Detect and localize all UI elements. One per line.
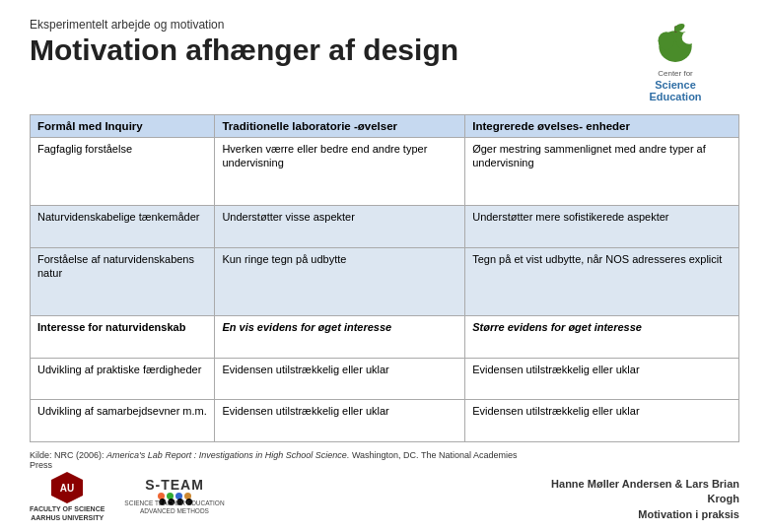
citation-prefix: Kilde: NRC (2006): xyxy=(30,450,106,460)
table-cell: Hverken værre eller bedre end andre type… xyxy=(215,137,465,205)
table-cell: Evidensen utilstrækkelig eller uklar xyxy=(465,400,739,442)
logo-education: Education xyxy=(649,91,701,102)
main-title: Motivation afhænger af design xyxy=(30,33,458,66)
table-header-row: Formål med Inquiry Traditionelle laborat… xyxy=(31,114,739,137)
faculty-text: FACULTY OF SCIENCE AARHUS UNIVERSITY xyxy=(30,505,105,522)
table-cell: Interesse for naturvidenskab xyxy=(31,315,215,358)
steam-sub: SCIENCE TEACHER EDUCATION ADVANCED METHO… xyxy=(124,499,224,515)
logo-text-block: Center for Science Education xyxy=(649,69,701,102)
faculty-icon: AU xyxy=(49,470,85,505)
table-cell: Tegn på et vist udbytte, når NOS adresse… xyxy=(465,247,739,315)
author-block: Hanne Møller Andersen & Lars Brian Krogh… xyxy=(551,477,739,522)
table-row: Fagfaglig forståelseHverken værre eller … xyxy=(31,137,739,205)
table-row: Forståelse af naturvidenskabens naturKun… xyxy=(31,247,739,315)
table-row: Interesse for naturvidenskabEn vis evide… xyxy=(31,315,739,358)
table-cell: Kun ringe tegn på udbytte xyxy=(215,247,465,315)
faculty-line1: FACULTY OF SCIENCE xyxy=(30,505,105,513)
main-table: Formål med Inquiry Traditionelle laborat… xyxy=(30,114,739,443)
steam-label: S-TEAM xyxy=(145,477,204,493)
svg-point-1 xyxy=(659,32,675,49)
science-education-icon xyxy=(651,18,700,67)
table-cell: Udvikling af praktiske færdigheder xyxy=(31,358,215,400)
page-wrapper: Eksperimentelt arbejde og motivation Mot… xyxy=(0,0,769,532)
table-cell: Understøtter visse aspekter xyxy=(215,205,465,247)
citation: Kilde: NRC (2006): America's Lab Report … xyxy=(30,450,551,470)
col-header-2: Traditionelle laboratorie -øvelser xyxy=(215,114,465,137)
table-cell: Evidensen utilstrækkelig eller uklar xyxy=(215,358,465,400)
svg-point-3 xyxy=(682,31,697,43)
table-cell: Understøtter mere sofistikerede aspekter xyxy=(465,205,739,247)
citation-italic: America's Lab Report : Investigations in… xyxy=(106,450,349,460)
svg-text:AU: AU xyxy=(60,483,74,494)
table-cell: Større evidens for øget interesse xyxy=(465,315,739,358)
table-cell: Evidensen utilstrækkelig eller uklar xyxy=(465,358,739,400)
title-block: Eksperimentelt arbejde og motivation Mot… xyxy=(30,18,458,66)
logo-science: Science xyxy=(649,79,701,91)
table-cell: Forståelse af naturvidenskabens natur xyxy=(31,247,215,315)
footer-logos: AU FACULTY OF SCIENCE AARHUS UNIVERSITY … xyxy=(30,470,551,522)
table-cell: Evidensen utilstrækkelig eller uklar xyxy=(215,400,465,442)
col-header-1: Formål med Inquiry xyxy=(31,114,215,137)
subtitle: Eksperimentelt arbejde og motivation xyxy=(30,18,458,32)
logo-area: Center for Science Education xyxy=(611,18,739,102)
table-cell: En vis evidens for øget interesse xyxy=(215,315,465,358)
table-row: Naturvidenskabelige tænkemåderUnderstøtt… xyxy=(31,205,739,247)
table-cell: Naturvidenskabelige tænkemåder xyxy=(31,205,215,247)
faculty-line2: AARHUS UNIVERSITY xyxy=(30,514,105,522)
col-header-3: Integrerede øvelses- enheder xyxy=(465,114,739,137)
table-cell: Øger mestring sammenlignet med andre typ… xyxy=(465,137,739,205)
logo-center-line: Center for xyxy=(649,69,701,79)
table-cell: Udvikling af samarbejdsevner m.m. xyxy=(31,400,215,442)
table-row: Udvikling af praktiske færdighederEviden… xyxy=(31,358,739,400)
steam-logo: S-TEAM ● ● ● ● SCIENCE TEACHER EDUCATION… xyxy=(124,477,224,515)
table-row: Udvikling af samarbejdsevner m.m.Evidens… xyxy=(31,400,739,442)
steam-dots: ● ● ● ● xyxy=(158,493,191,499)
author-line2: Krogh xyxy=(551,492,739,506)
footer-area: Kilde: NRC (2006): America's Lab Report … xyxy=(30,450,739,522)
table-cell: Fagfaglig forståelse xyxy=(31,137,215,205)
author-line1: Hanne Møller Andersen & Lars Brian xyxy=(551,477,739,492)
faculty-logo: AU FACULTY OF SCIENCE AARHUS UNIVERSITY xyxy=(30,470,105,522)
author-line3: Motivation i praksis xyxy=(551,507,739,522)
header-area: Eksperimentelt arbejde og motivation Mot… xyxy=(30,18,739,102)
